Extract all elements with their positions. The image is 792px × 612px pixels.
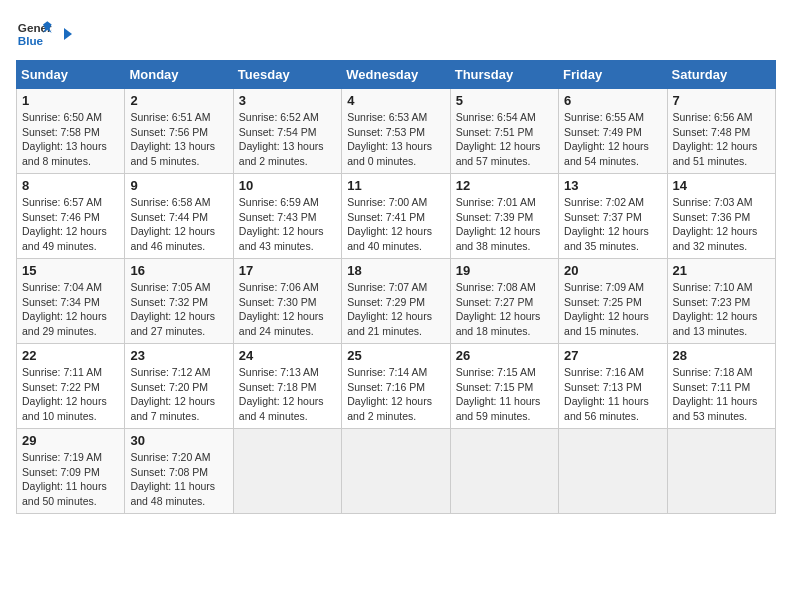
day-info: Sunrise: 6:51 AMSunset: 7:56 PMDaylight:… [130, 110, 227, 169]
calendar-cell: 1Sunrise: 6:50 AMSunset: 7:58 PMDaylight… [17, 89, 125, 174]
calendar-cell [450, 429, 558, 514]
calendar-cell: 28Sunrise: 7:18 AMSunset: 7:11 PMDayligh… [667, 344, 775, 429]
day-header-tuesday: Tuesday [233, 61, 341, 89]
calendar-cell [342, 429, 450, 514]
calendar-cell: 20Sunrise: 7:09 AMSunset: 7:25 PMDayligh… [559, 259, 667, 344]
day-info: Sunrise: 7:03 AMSunset: 7:36 PMDaylight:… [673, 195, 770, 254]
day-info: Sunrise: 7:13 AMSunset: 7:18 PMDaylight:… [239, 365, 336, 424]
day-number: 29 [22, 433, 119, 448]
calendar-cell: 27Sunrise: 7:16 AMSunset: 7:13 PMDayligh… [559, 344, 667, 429]
day-info: Sunrise: 7:12 AMSunset: 7:20 PMDaylight:… [130, 365, 227, 424]
calendar-cell: 5Sunrise: 6:54 AMSunset: 7:51 PMDaylight… [450, 89, 558, 174]
day-info: Sunrise: 7:00 AMSunset: 7:41 PMDaylight:… [347, 195, 444, 254]
calendar-cell: 11Sunrise: 7:00 AMSunset: 7:41 PMDayligh… [342, 174, 450, 259]
day-info: Sunrise: 6:58 AMSunset: 7:44 PMDaylight:… [130, 195, 227, 254]
calendar-cell: 13Sunrise: 7:02 AMSunset: 7:37 PMDayligh… [559, 174, 667, 259]
day-header-monday: Monday [125, 61, 233, 89]
calendar-cell: 10Sunrise: 6:59 AMSunset: 7:43 PMDayligh… [233, 174, 341, 259]
day-header-saturday: Saturday [667, 61, 775, 89]
calendar-cell: 9Sunrise: 6:58 AMSunset: 7:44 PMDaylight… [125, 174, 233, 259]
svg-marker-3 [64, 28, 72, 40]
day-info: Sunrise: 7:11 AMSunset: 7:22 PMDaylight:… [22, 365, 119, 424]
calendar-cell: 2Sunrise: 6:51 AMSunset: 7:56 PMDaylight… [125, 89, 233, 174]
day-header-friday: Friday [559, 61, 667, 89]
header: General Blue [16, 16, 776, 52]
day-info: Sunrise: 6:56 AMSunset: 7:48 PMDaylight:… [673, 110, 770, 169]
day-number: 2 [130, 93, 227, 108]
logo-arrow-icon [58, 25, 76, 43]
logo-icon: General Blue [16, 16, 52, 52]
calendar-cell: 23Sunrise: 7:12 AMSunset: 7:20 PMDayligh… [125, 344, 233, 429]
day-number: 8 [22, 178, 119, 193]
day-info: Sunrise: 7:09 AMSunset: 7:25 PMDaylight:… [564, 280, 661, 339]
logo: General Blue [16, 16, 76, 52]
day-number: 15 [22, 263, 119, 278]
calendar-cell: 24Sunrise: 7:13 AMSunset: 7:18 PMDayligh… [233, 344, 341, 429]
day-number: 17 [239, 263, 336, 278]
calendar-cell: 17Sunrise: 7:06 AMSunset: 7:30 PMDayligh… [233, 259, 341, 344]
day-number: 22 [22, 348, 119, 363]
calendar-cell [667, 429, 775, 514]
day-info: Sunrise: 6:53 AMSunset: 7:53 PMDaylight:… [347, 110, 444, 169]
day-header-sunday: Sunday [17, 61, 125, 89]
day-number: 21 [673, 263, 770, 278]
day-number: 11 [347, 178, 444, 193]
day-number: 16 [130, 263, 227, 278]
calendar-cell: 8Sunrise: 6:57 AMSunset: 7:46 PMDaylight… [17, 174, 125, 259]
day-number: 13 [564, 178, 661, 193]
day-number: 26 [456, 348, 553, 363]
calendar-cell [559, 429, 667, 514]
day-info: Sunrise: 7:20 AMSunset: 7:08 PMDaylight:… [130, 450, 227, 509]
calendar-cell [233, 429, 341, 514]
day-info: Sunrise: 7:06 AMSunset: 7:30 PMDaylight:… [239, 280, 336, 339]
day-number: 19 [456, 263, 553, 278]
day-info: Sunrise: 6:55 AMSunset: 7:49 PMDaylight:… [564, 110, 661, 169]
calendar-cell: 26Sunrise: 7:15 AMSunset: 7:15 PMDayligh… [450, 344, 558, 429]
day-info: Sunrise: 7:15 AMSunset: 7:15 PMDaylight:… [456, 365, 553, 424]
calendar-cell: 21Sunrise: 7:10 AMSunset: 7:23 PMDayligh… [667, 259, 775, 344]
day-number: 18 [347, 263, 444, 278]
day-info: Sunrise: 7:08 AMSunset: 7:27 PMDaylight:… [456, 280, 553, 339]
calendar-cell: 3Sunrise: 6:52 AMSunset: 7:54 PMDaylight… [233, 89, 341, 174]
day-number: 10 [239, 178, 336, 193]
calendar-cell: 6Sunrise: 6:55 AMSunset: 7:49 PMDaylight… [559, 89, 667, 174]
calendar-cell: 16Sunrise: 7:05 AMSunset: 7:32 PMDayligh… [125, 259, 233, 344]
day-number: 24 [239, 348, 336, 363]
day-info: Sunrise: 7:16 AMSunset: 7:13 PMDaylight:… [564, 365, 661, 424]
day-info: Sunrise: 6:59 AMSunset: 7:43 PMDaylight:… [239, 195, 336, 254]
day-number: 20 [564, 263, 661, 278]
calendar-table: SundayMondayTuesdayWednesdayThursdayFrid… [16, 60, 776, 514]
calendar-cell: 15Sunrise: 7:04 AMSunset: 7:34 PMDayligh… [17, 259, 125, 344]
day-info: Sunrise: 7:01 AMSunset: 7:39 PMDaylight:… [456, 195, 553, 254]
day-info: Sunrise: 6:57 AMSunset: 7:46 PMDaylight:… [22, 195, 119, 254]
day-info: Sunrise: 6:52 AMSunset: 7:54 PMDaylight:… [239, 110, 336, 169]
day-number: 7 [673, 93, 770, 108]
day-number: 1 [22, 93, 119, 108]
calendar-cell: 18Sunrise: 7:07 AMSunset: 7:29 PMDayligh… [342, 259, 450, 344]
day-number: 28 [673, 348, 770, 363]
day-number: 25 [347, 348, 444, 363]
day-number: 3 [239, 93, 336, 108]
day-number: 9 [130, 178, 227, 193]
calendar-cell: 12Sunrise: 7:01 AMSunset: 7:39 PMDayligh… [450, 174, 558, 259]
day-info: Sunrise: 7:07 AMSunset: 7:29 PMDaylight:… [347, 280, 444, 339]
day-number: 14 [673, 178, 770, 193]
calendar-cell: 7Sunrise: 6:56 AMSunset: 7:48 PMDaylight… [667, 89, 775, 174]
day-info: Sunrise: 7:18 AMSunset: 7:11 PMDaylight:… [673, 365, 770, 424]
day-info: Sunrise: 6:54 AMSunset: 7:51 PMDaylight:… [456, 110, 553, 169]
day-header-thursday: Thursday [450, 61, 558, 89]
day-number: 4 [347, 93, 444, 108]
calendar-cell: 22Sunrise: 7:11 AMSunset: 7:22 PMDayligh… [17, 344, 125, 429]
day-info: Sunrise: 6:50 AMSunset: 7:58 PMDaylight:… [22, 110, 119, 169]
day-number: 12 [456, 178, 553, 193]
calendar-cell: 25Sunrise: 7:14 AMSunset: 7:16 PMDayligh… [342, 344, 450, 429]
calendar-cell: 4Sunrise: 6:53 AMSunset: 7:53 PMDaylight… [342, 89, 450, 174]
day-number: 23 [130, 348, 227, 363]
svg-text:Blue: Blue [18, 34, 44, 47]
day-info: Sunrise: 7:05 AMSunset: 7:32 PMDaylight:… [130, 280, 227, 339]
day-number: 30 [130, 433, 227, 448]
day-info: Sunrise: 7:02 AMSunset: 7:37 PMDaylight:… [564, 195, 661, 254]
day-info: Sunrise: 7:19 AMSunset: 7:09 PMDaylight:… [22, 450, 119, 509]
day-info: Sunrise: 7:14 AMSunset: 7:16 PMDaylight:… [347, 365, 444, 424]
calendar-cell: 30Sunrise: 7:20 AMSunset: 7:08 PMDayligh… [125, 429, 233, 514]
